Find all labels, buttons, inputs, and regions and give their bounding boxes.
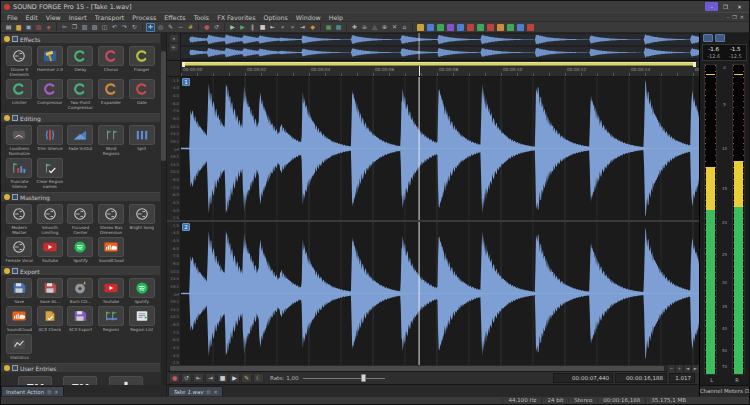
tile-burn-cd[interactable]: Burn CD... [66, 278, 95, 304]
tile-save[interactable]: Save [5, 278, 34, 304]
tile-modern-master[interactable]: Modern Master [5, 204, 34, 235]
tile-limiter[interactable]: Limiter [5, 79, 34, 110]
record-button[interactable]: ● [169, 373, 180, 383]
fx-favorite-10-icon[interactable] [506, 23, 515, 32]
tile-flanger[interactable]: Flanger [127, 46, 156, 77]
tile-two-point-compressor[interactable]: Two-Point Compressor [66, 79, 95, 110]
tile-focused-center[interactable]: Focused Center [66, 204, 95, 235]
tile-youtube[interactable]: Youtube [97, 278, 126, 304]
close-icon[interactable]: ✕ [214, 389, 218, 395]
go-to-start-button[interactable]: ⇤ [193, 373, 204, 383]
fx-favorite-1-icon[interactable] [416, 23, 425, 32]
section-header-user-entries[interactable]: User Entries [1, 363, 160, 373]
tool-crossfade-icon[interactable]: ✚ [350, 23, 359, 32]
fx-favorite-12-icon[interactable] [526, 23, 535, 32]
tab-take1-wav[interactable]: Take 1.wav ⊡ ✕ [168, 386, 223, 396]
section-header-editing[interactable]: Editing [1, 113, 160, 123]
tile-chorus[interactable]: Chorus [97, 46, 126, 77]
channel-2-waveform[interactable]: 2 [181, 222, 699, 365]
pin-icon[interactable]: ⊡ [206, 389, 210, 395]
event-tool-icon[interactable]: ✛ [146, 23, 155, 32]
maximize-button[interactable]: ❐ [719, 2, 732, 11]
tile-youtube[interactable]: Youtube [36, 237, 65, 263]
minimize-button[interactable]: – [705, 2, 718, 11]
tile-wisdom[interactable]: FXWisdom [59, 376, 103, 385]
tile-acx-check[interactable]: ACX Check [36, 306, 65, 332]
scrollbar-thumb[interactable] [161, 51, 166, 161]
tile-soundcloud[interactable]: SoundCloud [97, 237, 126, 263]
fx-favorite-2-icon[interactable] [426, 23, 435, 32]
zoom-selection-button[interactable]: ► [691, 365, 699, 372]
collapse-icon[interactable] [4, 36, 10, 42]
menu-item-effects[interactable]: Effects [160, 14, 189, 21]
zoom-normal-button[interactable]: ◄ [683, 365, 691, 372]
magnify-tool-icon[interactable]: ◎ [156, 23, 165, 32]
menu-item-insert[interactable]: Insert [65, 14, 91, 21]
tile-expander[interactable]: Expander [97, 79, 126, 110]
close-icon[interactable]: ✕ [54, 389, 58, 395]
time-ruler[interactable]: 00:00:0000:00:0200:00:0400:00:0600:00:08… [181, 61, 699, 76]
stop-button[interactable]: ■ [217, 373, 228, 383]
tile-female-vocal[interactable]: Female Vocal [5, 237, 34, 263]
fx-favorite-8-icon[interactable] [486, 23, 495, 32]
tile-fade-in-out[interactable]: Fade In/Out [66, 125, 95, 156]
doc-close-button[interactable]: ✕ [740, 14, 744, 20]
spectrum-display-icon[interactable]: ▩ [334, 23, 343, 32]
tile-statistics[interactable]: Statistics [5, 334, 34, 360]
section-header-effects[interactable]: Effects [1, 34, 160, 44]
tile-presence[interactable]: FXPresence [13, 376, 57, 385]
menu-item-window[interactable]: Window [292, 14, 325, 21]
tab-instant-action[interactable]: Instant Action ⊡ ✕ [1, 386, 64, 396]
tool-list-icon[interactable]: ≡ [360, 23, 369, 32]
tile-ozone-9-elements[interactable]: Ozone 9 Elements [5, 46, 34, 77]
tool-home-icon[interactable]: ⌂ [400, 23, 409, 32]
menu-item-view[interactable]: View [42, 14, 65, 21]
publish-icon[interactable]: ◈ [44, 23, 53, 32]
meter-options-button[interactable] [703, 34, 713, 42]
overview-tool-icon-1[interactable]: ◂ [170, 35, 178, 42]
tile-compressor[interactable]: Compressor [36, 79, 65, 110]
waveform-display-icon[interactable]: ▦ [324, 23, 333, 32]
menu-item-edit[interactable]: Edit [22, 14, 42, 21]
render-as-icon[interactable]: ▥ [34, 23, 43, 32]
open-folder-icon[interactable]: ▆ [14, 23, 23, 32]
tool-marker-icon[interactable]: ◬ [370, 23, 379, 32]
trim-crop-icon[interactable]: ◫ [100, 23, 109, 32]
tile-stereo-bus-dimension[interactable]: Stereo Bus Dimension [97, 204, 126, 235]
forward-icon[interactable]: » [288, 23, 297, 32]
envelope-tool-icon[interactable]: ~ [176, 23, 185, 32]
scrub-button[interactable]: ☾ [253, 373, 264, 383]
edit-tool-button[interactable]: ✎ [241, 373, 252, 383]
go-to-end-button[interactable]: ⇥ [205, 373, 216, 383]
new-file-icon[interactable]: ▤ [4, 23, 13, 32]
menu-item-options[interactable]: Options [260, 14, 292, 21]
mix-icon[interactable]: ▧ [90, 23, 99, 32]
collapse-icon[interactable] [4, 268, 10, 274]
tab-channel-meters[interactable]: Channel Meters ⊡ [700, 385, 749, 396]
play-all-icon[interactable]: ▶ [228, 23, 237, 32]
tile-save-as[interactable]: Save As... [36, 278, 65, 304]
scrollbar-thumb[interactable] [170, 366, 664, 371]
tile-regions[interactable]: Regions [97, 306, 126, 332]
redo-icon[interactable]: ↷ [120, 23, 129, 32]
fx-favorite-5-icon[interactable] [456, 23, 465, 32]
tile-region-list[interactable]: Region List [127, 306, 156, 332]
menu-item-fx-favorites[interactable]: FX Favorites [213, 14, 259, 21]
paste-icon[interactable]: ▥ [80, 23, 89, 32]
menu-item-transport[interactable]: Transport [91, 14, 129, 21]
pin-icon[interactable]: ⊡ [47, 389, 51, 395]
save-file-icon[interactable]: ▣ [24, 23, 33, 32]
go-to-end-icon[interactable]: ⇥ [298, 23, 307, 32]
tool-insert-icon[interactable]: ⊕ [380, 23, 389, 32]
sidebar-scrollbar[interactable] [161, 33, 166, 385]
channel-1-waveform[interactable]: 1 [181, 77, 699, 220]
tile-split[interactable]: Split [127, 125, 156, 156]
slider-handle[interactable] [361, 374, 366, 382]
edit-tool-icon[interactable]: ✎ [166, 23, 175, 32]
tile-delay[interactable]: Delay [66, 46, 95, 77]
marker-icon[interactable]: ◆ [308, 23, 317, 32]
tile-word-regions[interactable]: Word Regions [97, 125, 126, 156]
pin-icon[interactable]: ⊡ [745, 388, 750, 394]
channel-1-badge[interactable]: 1 [182, 78, 190, 86]
record-icon[interactable]: ● [202, 23, 211, 32]
